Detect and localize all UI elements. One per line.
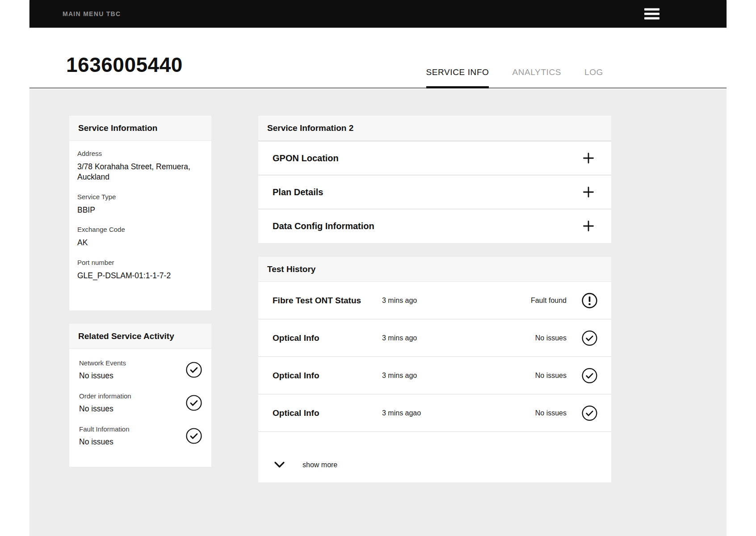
activity-item-network-events[interactable]: Network Events No issues <box>77 353 203 386</box>
hamburger-menu-icon[interactable] <box>644 8 659 20</box>
test-row-optical-info[interactable]: Optical Info 3 mins ago No issues <box>258 319 611 357</box>
test-status: No issues <box>535 334 567 342</box>
tab-service-info[interactable]: SERVICE INFO <box>426 67 489 88</box>
test-time: 3 mins ago <box>382 372 417 380</box>
accordion-label: Plan Details <box>273 187 323 197</box>
service-information-2-title: Service Information 2 <box>258 116 611 141</box>
service-information-body: Address 3/78 Korahaha Street, Remuera, A… <box>69 141 211 301</box>
field-value: GLE_P-DSLAM-01:1-1-7-2 <box>77 271 203 281</box>
field-service-type: Service Type BBIP <box>77 193 203 215</box>
tab-bar: SERVICE INFO ANALYTICS LOG <box>426 67 603 88</box>
field-value: AK <box>77 238 203 248</box>
check-circle-icon <box>581 367 598 384</box>
test-status: Fault found <box>531 297 567 305</box>
accordion-data-config-information[interactable]: Data Config Information <box>258 209 611 243</box>
field-label: Address <box>77 150 203 157</box>
test-row-optical-info[interactable]: Optical Info 3 mins ago No issues <box>258 357 611 394</box>
tab-analytics[interactable]: ANALYTICS <box>512 67 561 88</box>
test-name: Optical Info <box>273 333 319 343</box>
related-service-activity-card: Related Service Activity Network Events … <box>69 324 211 467</box>
activity-status: No issues <box>79 404 176 414</box>
test-name: Fibre Test ONT Status <box>273 296 361 306</box>
related-service-activity-body: Network Events No issues Order informati… <box>69 349 211 460</box>
accordion-label: GPON Location <box>273 153 339 163</box>
field-value: BBIP <box>77 205 203 215</box>
check-circle-icon <box>185 394 202 411</box>
activity-label: Order information <box>79 392 176 400</box>
test-name: Optical Info <box>273 371 319 381</box>
plus-icon[interactable] <box>583 152 594 164</box>
activity-status: No issues <box>79 437 176 447</box>
accordion-label: Data Config Information <box>273 221 374 231</box>
related-service-activity-title: Related Service Activity <box>69 324 211 349</box>
main-content: Service Information Address 3/78 Korahah… <box>29 89 727 536</box>
service-information-title: Service Information <box>69 116 211 141</box>
test-time: 3 mins ago <box>382 297 417 305</box>
test-status: No issues <box>535 372 567 380</box>
page-title: 1636005440 <box>66 53 183 77</box>
page-header: 1636005440 SERVICE INFO ANALYTICS LOG <box>29 28 727 88</box>
test-row-fibre-test-ont-status[interactable]: Fibre Test ONT Status 3 mins ago Fault f… <box>258 282 611 319</box>
accordion-plan-details[interactable]: Plan Details <box>258 175 611 209</box>
service-information-card: Service Information Address 3/78 Korahah… <box>69 116 211 310</box>
test-history-card: Test History Fibre Test ONT Status 3 min… <box>258 257 611 482</box>
test-row-optical-info[interactable]: Optical Info 3 mins agao No issues <box>258 394 611 432</box>
test-status: No issues <box>535 409 567 417</box>
check-circle-icon <box>581 330 598 346</box>
main-menu-label: MAIN MENU TBC <box>63 10 121 17</box>
field-label: Port number <box>77 259 203 266</box>
plus-icon[interactable] <box>583 186 594 198</box>
top-bar: MAIN MENU TBC <box>29 0 727 28</box>
check-circle-icon <box>185 361 202 378</box>
plus-icon[interactable] <box>583 220 594 232</box>
activity-item-fault-information[interactable]: Fault Information No issues <box>77 419 203 452</box>
check-circle-icon <box>185 427 202 444</box>
hamburger-bar <box>644 13 659 15</box>
show-more-label: show more <box>302 461 337 469</box>
accordion-gpon-location[interactable]: GPON Location <box>258 141 611 175</box>
field-value: 3/78 Korahaha Street, Remuera, Auckland <box>77 162 203 182</box>
activity-label: Network Events <box>79 359 176 367</box>
test-time: 3 mins ago <box>382 334 417 342</box>
alert-circle-icon <box>581 292 598 309</box>
check-circle-icon <box>581 405 598 421</box>
chevron-down-icon <box>273 459 286 471</box>
activity-label: Fault Information <box>79 425 176 433</box>
hamburger-bar <box>644 17 659 20</box>
test-time: 3 mins agao <box>382 409 421 417</box>
field-label: Exchange Code <box>77 226 203 233</box>
test-name: Optical Info <box>273 408 319 418</box>
field-label: Service Type <box>77 193 203 201</box>
tab-log[interactable]: LOG <box>584 67 603 88</box>
activity-item-order-information[interactable]: Order information No issues <box>77 386 203 419</box>
field-address: Address 3/78 Korahaha Street, Remuera, A… <box>77 150 203 182</box>
page: MAIN MENU TBC 1636005440 SERVICE INFO AN… <box>0 0 756 536</box>
field-exchange-code: Exchange Code AK <box>77 226 203 248</box>
show-more-button[interactable]: show more <box>273 459 337 471</box>
service-information-2-card: Service Information 2 GPON Location Plan… <box>258 116 611 243</box>
field-port-number: Port number GLE_P-DSLAM-01:1-1-7-2 <box>77 259 203 281</box>
activity-status: No issues <box>79 371 176 381</box>
test-history-title: Test History <box>258 257 611 282</box>
hamburger-bar <box>644 8 659 11</box>
